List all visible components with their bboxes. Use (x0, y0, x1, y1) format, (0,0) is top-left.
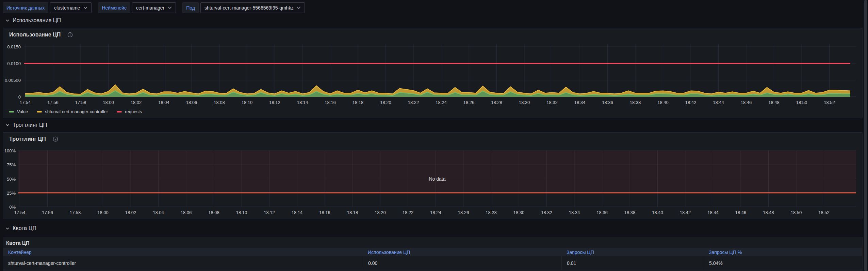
svg-text:17:58: 17:58 (70, 210, 81, 215)
chevron-down-icon (5, 123, 10, 127)
legend-label: requests (125, 109, 142, 114)
namespace-value: cert-manager (136, 5, 164, 11)
svg-text:0.0100: 0.0100 (7, 61, 21, 66)
table-title: Квота ЦП (6, 240, 30, 246)
grafana-dashboard: Источник данных clustername Неймспейс ce… (0, 0, 868, 271)
cell-cpu-requests: 0.01 (561, 256, 704, 270)
svg-text:25%: 25% (7, 191, 16, 196)
svg-text:18:12: 18:12 (269, 100, 280, 105)
panel-title-cpu-usage[interactable]: Использование ЦП (9, 32, 73, 38)
legend-swatch-yellow (37, 111, 42, 112)
chevron-down-icon (5, 18, 10, 22)
scrollbar-track (864, 0, 868, 271)
svg-text:No data: No data (429, 176, 445, 182)
svg-text:18:40: 18:40 (652, 210, 663, 215)
svg-text:18:30: 18:30 (519, 100, 530, 105)
svg-text:18:36: 18:36 (602, 100, 613, 105)
svg-text:18:38: 18:38 (630, 100, 641, 105)
svg-text:18:40: 18:40 (657, 100, 669, 105)
svg-text:18:18: 18:18 (347, 210, 358, 215)
svg-text:18:42: 18:42 (685, 100, 697, 105)
cpu-usage-chart[interactable]: 17:5417:5617:5818:0018:0218:0418:0618:08… (3, 28, 862, 107)
svg-text:18:22: 18:22 (403, 210, 414, 215)
svg-text:0.00500: 0.00500 (5, 78, 21, 83)
svg-text:18:24: 18:24 (436, 100, 447, 105)
svg-text:0: 0 (18, 94, 21, 100)
info-icon[interactable] (67, 32, 73, 37)
svg-text:17:56: 17:56 (42, 210, 53, 215)
panel-title-cpu-throttling[interactable]: Троттлинг ЦП (9, 136, 58, 142)
col-header-cpu-requests[interactable]: Запросы ЦП (561, 250, 704, 255)
chevron-down-icon (297, 6, 301, 9)
svg-text:18:06: 18:06 (181, 210, 192, 215)
svg-text:18:52: 18:52 (824, 100, 835, 105)
svg-text:18:44: 18:44 (707, 210, 719, 215)
svg-text:18:46: 18:46 (735, 210, 747, 215)
panel-cpu-quota: Квота ЦП Контейнер Использование ЦП Запр… (3, 237, 863, 271)
svg-text:18:42: 18:42 (680, 210, 691, 215)
svg-text:18:14: 18:14 (292, 210, 303, 215)
svg-text:75%: 75% (7, 162, 16, 167)
legend-item-requests[interactable]: requests (117, 109, 142, 114)
legend-label: shturval-cert-manager-controller (45, 109, 108, 114)
cpu-throttling-chart[interactable]: 17:5417:5617:5818:0018:0218:0418:0618:08… (3, 133, 862, 217)
namespace-select[interactable]: cert-manager (132, 2, 176, 13)
table-row: shturval-cert-manager-controller 0.00 0.… (3, 256, 862, 270)
panel-cpu-throttling: Троттлинг ЦП 17:5417:5617:5818:0018:0218… (3, 132, 863, 219)
svg-text:18:50: 18:50 (796, 100, 807, 105)
svg-text:18:08: 18:08 (208, 210, 219, 215)
cpu-quota-table: Контейнер Использование ЦП Запросы ЦП За… (3, 248, 862, 270)
svg-text:18:02: 18:02 (125, 210, 136, 215)
section-title: Троттлинг ЦП (13, 122, 47, 128)
svg-text:17:54: 17:54 (14, 210, 26, 215)
svg-text:18:34: 18:34 (569, 210, 580, 215)
svg-text:18:28: 18:28 (491, 100, 502, 105)
svg-text:18:48: 18:48 (763, 210, 774, 215)
pod-select[interactable]: shturval-cert-manager-5566569f95-qmhkz (200, 2, 305, 13)
var-datasource: Источник данных clustername (3, 2, 92, 13)
col-header-cpu-requests-pct[interactable]: Запросы ЦП % (704, 250, 862, 255)
svg-text:18:22: 18:22 (408, 100, 419, 105)
svg-text:18:28: 18:28 (486, 210, 497, 215)
cell-cpu-requests-pct: 5.04% (704, 256, 862, 270)
svg-text:18:26: 18:26 (463, 100, 475, 105)
var-namespace: Неймспейс cert-manager (98, 2, 176, 13)
cell-cpu-usage: 0.00 (363, 256, 561, 270)
svg-text:0.0150: 0.0150 (7, 44, 21, 49)
svg-text:18:32: 18:32 (541, 210, 552, 215)
svg-text:100%: 100% (4, 148, 16, 153)
chevron-down-icon (83, 6, 87, 9)
svg-text:18:20: 18:20 (380, 100, 391, 105)
datasource-select[interactable]: clustername (50, 2, 92, 13)
svg-text:50%: 50% (7, 177, 16, 182)
section-cpu-usage[interactable]: Использование ЦП (5, 17, 61, 24)
svg-text:18:04: 18:04 (158, 100, 169, 105)
svg-text:18:44: 18:44 (713, 100, 724, 105)
svg-text:17:56: 17:56 (47, 100, 59, 105)
cpu-usage-legend: Value shturval-cert-manager-controller r… (9, 109, 142, 114)
svg-text:18:32: 18:32 (546, 100, 558, 105)
info-icon[interactable] (53, 136, 58, 142)
table-header-row: Контейнер Использование ЦП Запросы ЦП За… (3, 248, 862, 256)
section-title: Использование ЦП (13, 17, 61, 24)
datasource-label: Источник данных (3, 2, 48, 13)
variables-bar: Источник данных clustername Неймспейс ce… (3, 2, 311, 13)
svg-text:18:10: 18:10 (242, 100, 253, 105)
svg-text:18:38: 18:38 (624, 210, 636, 215)
namespace-label: Неймспейс (98, 2, 130, 13)
col-header-container[interactable]: Контейнер (3, 250, 363, 255)
panel-title-text: Использование ЦП (9, 32, 61, 38)
scrollbar-thumb[interactable] (864, 0, 867, 271)
section-cpu-throttling[interactable]: Троттлинг ЦП (5, 122, 47, 128)
section-title: Квота ЦП (13, 225, 36, 231)
legend-item-controller[interactable]: shturval-cert-manager-controller (37, 109, 108, 114)
panel-cpu-usage: Использование ЦП 17:5417:5617:5818:0018:… (3, 28, 863, 118)
chevron-down-icon (5, 226, 10, 230)
svg-text:17:58: 17:58 (75, 100, 86, 105)
section-cpu-quota[interactable]: Квота ЦП (5, 225, 36, 231)
cell-container: shturval-cert-manager-controller (3, 256, 363, 270)
legend-item-value[interactable]: Value (9, 109, 28, 114)
svg-text:18:36: 18:36 (596, 210, 608, 215)
svg-text:18:26: 18:26 (458, 210, 469, 215)
col-header-cpu-usage[interactable]: Использование ЦП (363, 250, 561, 255)
